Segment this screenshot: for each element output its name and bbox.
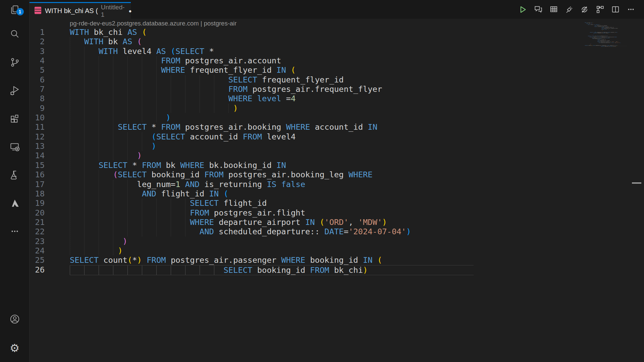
database-icon xyxy=(34,6,42,16)
line-number[interactable]: 11 xyxy=(30,122,45,132)
code-line-20[interactable]: 20FROM postgres_air.flight xyxy=(30,208,644,218)
line-number[interactable]: 4 xyxy=(30,56,45,65)
disconnect-button[interactable] xyxy=(565,5,574,14)
line-number[interactable]: 3 xyxy=(30,47,45,56)
line-number[interactable]: 18 xyxy=(30,189,45,198)
code-line-18[interactable]: 18AND flight_id IN ( xyxy=(30,189,644,198)
testing-icon xyxy=(9,169,20,182)
code-line-2[interactable]: 2WITH bk AS ( xyxy=(30,37,644,46)
line-number[interactable]: 13 xyxy=(30,141,45,151)
code-line-14[interactable]: 14) xyxy=(30,151,644,160)
line-number[interactable]: 22 xyxy=(30,227,45,236)
tab-title: WITH bk_chi AS ( xyxy=(45,7,98,15)
activity-item-more-views[interactable] xyxy=(0,218,30,246)
results-grid-button[interactable] xyxy=(549,5,558,14)
line-number[interactable]: 15 xyxy=(30,161,45,170)
line-number[interactable]: 6 xyxy=(30,75,45,84)
activity-item-explorer[interactable]: 1 xyxy=(0,0,30,21)
line-number[interactable]: 26 xyxy=(30,265,45,275)
run-and-debug-icon xyxy=(9,85,20,98)
line-number[interactable]: 14 xyxy=(30,151,45,160)
code-line-1[interactable]: 1WITH bk_chi AS ( xyxy=(30,27,644,37)
minimap-content: WITH bk_chi AS (WITH bk AS (WITH level4 … xyxy=(582,22,629,47)
line-number[interactable]: 20 xyxy=(30,208,45,218)
code-line-7[interactable]: 7FROM postgres_air.frequent_flyer xyxy=(30,84,644,94)
code-line-12[interactable]: 12(SELECT account_id FROM level4 xyxy=(30,132,644,141)
activity-item-testing[interactable] xyxy=(0,162,30,190)
activity-bar: 1⚙ xyxy=(0,0,30,362)
code-line-26[interactable]: SELECT booking_id FROM bk_chi) xyxy=(582,46,629,47)
tab-untitled-1[interactable]: WITH bk_chi AS ( Untitled-1 ● xyxy=(30,2,131,19)
activity-item-extensions[interactable] xyxy=(0,105,30,133)
minimap[interactable]: WITH bk_chi AS (WITH bk AS (WITH level4 … xyxy=(582,22,629,54)
line-number[interactable]: 8 xyxy=(30,94,45,103)
code-line-11[interactable]: 11SELECT * FROM postgres_air.booking WHE… xyxy=(30,122,644,132)
line-number[interactable]: 16 xyxy=(30,170,45,179)
line-number[interactable]: 19 xyxy=(30,198,45,208)
line-number[interactable]: 24 xyxy=(30,246,45,255)
code-line-21[interactable]: 21WHERE departure_airport IN ('ORD', 'MD… xyxy=(30,218,644,227)
activity-item-azure[interactable] xyxy=(0,190,30,218)
breadcrumb[interactable]: pg-rde-dev-eus2.postgres.database.azure.… xyxy=(30,19,644,27)
editor[interactable]: pg-rde-dev-eus2.postgres.database.azure.… xyxy=(30,19,644,362)
line-number[interactable]: 5 xyxy=(30,65,45,75)
code-line-6[interactable]: 6SELECT frequent_flyer_id xyxy=(30,75,644,84)
tab-description: Untitled-1 xyxy=(101,4,125,18)
code-line-8[interactable]: 8WHERE level =4 xyxy=(30,94,644,103)
code-line-5[interactable]: 5WHERE frequent_flyer_id IN ( xyxy=(30,65,644,75)
more-actions-button[interactable] xyxy=(626,5,635,14)
code-line-22[interactable]: 22AND scheduled_departure:: DATE='2024-0… xyxy=(30,227,644,236)
extensions-icon xyxy=(9,113,20,126)
search-icon xyxy=(9,28,20,41)
code-line-16[interactable]: 16(SELECT booking_id FROM postgres_air.b… xyxy=(30,170,644,179)
source-control-icon xyxy=(9,57,20,69)
code-line-9[interactable]: 9) xyxy=(30,104,644,113)
line-number[interactable]: 23 xyxy=(30,237,45,246)
run-query-button[interactable] xyxy=(518,5,527,14)
code-line-26[interactable]: 26SELECT booking_id FROM bk_chi) xyxy=(30,265,644,275)
code-area[interactable]: 1WITH bk_chi AS (2WITH bk AS (3WITH leve… xyxy=(30,27,644,275)
chat-button[interactable] xyxy=(534,5,543,14)
line-number[interactable]: 25 xyxy=(30,255,45,265)
editor-toolbar xyxy=(518,0,635,19)
scrollbar-marker[interactable] xyxy=(632,182,641,184)
activity-item-settings[interactable]: ⚙ xyxy=(0,334,30,362)
main-area: WITH bk_chi AS ( Untitled-1 ● pg-rde-dev… xyxy=(30,0,644,362)
more-views-icon xyxy=(9,226,20,238)
line-number[interactable]: 2 xyxy=(30,37,45,46)
code-line-24[interactable]: 24) xyxy=(30,246,644,255)
activity-item-remote-explorer[interactable] xyxy=(0,133,30,162)
code-line-4[interactable]: 4FROM postgres_air.account xyxy=(30,56,644,65)
badge-count: 1 xyxy=(16,8,24,15)
activity-item-accounts[interactable] xyxy=(0,306,30,334)
line-number[interactable]: 21 xyxy=(30,218,45,227)
modified-indicator-icon[interactable]: ● xyxy=(129,8,132,14)
code-line-25[interactable]: 25SELECT count(*) FROM postgres_air.pass… xyxy=(30,255,644,265)
code-line-17[interactable]: 17leg_num=1 AND is_returning IS false xyxy=(30,180,644,189)
settings-icon: ⚙ xyxy=(10,342,20,355)
line-number[interactable]: 17 xyxy=(30,180,45,189)
code-line-23[interactable]: 23) xyxy=(30,237,644,246)
code-line-15[interactable]: 15SELECT * FROM bk WHERE bk.booking_id I… xyxy=(30,161,644,170)
line-number[interactable]: 12 xyxy=(30,132,45,141)
code-line-3[interactable]: 3WITH level4 AS (SELECT * xyxy=(30,47,644,56)
query-plan-button[interactable] xyxy=(595,5,604,14)
accounts-icon xyxy=(9,313,20,326)
activity-item-source-control[interactable] xyxy=(0,49,30,77)
activity-item-search[interactable] xyxy=(0,21,30,49)
activity-item-run-and-debug[interactable] xyxy=(0,77,30,105)
code-line-19[interactable]: 19SELECT flight_id xyxy=(30,198,644,208)
code-line-13[interactable]: 13) xyxy=(30,141,644,151)
change-connection-button[interactable] xyxy=(580,5,589,14)
tab-bar: WITH bk_chi AS ( Untitled-1 ● xyxy=(30,0,644,19)
split-editor-button[interactable] xyxy=(611,5,620,14)
line-number[interactable]: 10 xyxy=(30,113,45,122)
line-number[interactable]: 1 xyxy=(30,27,45,37)
line-number[interactable]: 9 xyxy=(30,104,45,113)
app-window: 1⚙ WITH bk_chi AS ( Untitled-1 ● xyxy=(0,0,644,362)
azure-icon xyxy=(9,197,20,210)
line-number[interactable]: 7 xyxy=(30,84,45,94)
remote-explorer-icon xyxy=(9,141,20,154)
code-line-10[interactable]: 10) xyxy=(30,113,644,122)
